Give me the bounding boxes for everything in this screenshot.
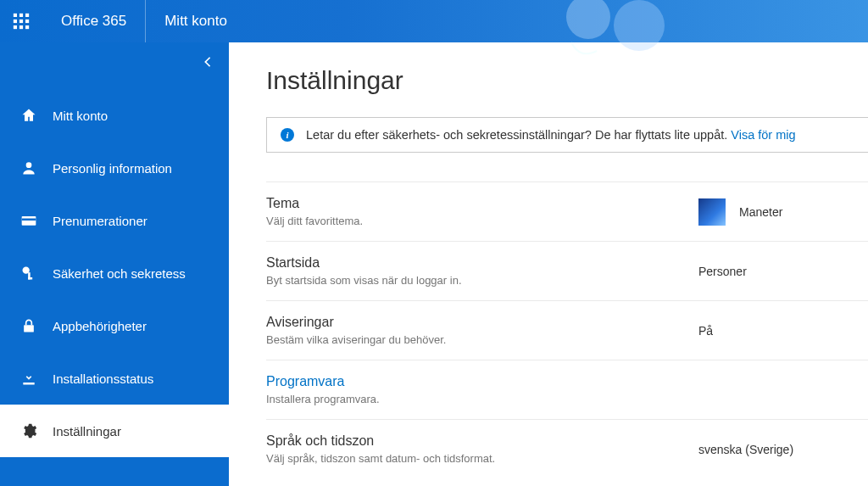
svg-rect-10 [25, 25, 29, 29]
content-area: Inställningar i Letar du efter säkerhets… [229, 42, 868, 486]
svg-rect-6 [19, 20, 23, 23]
setting-row-language[interactable]: Språk och tidszon Välj språk, tidszon sa… [266, 420, 868, 478]
setting-value: Maneter [698, 198, 868, 226]
waffle-icon [13, 13, 30, 30]
setting-title: Programvara [266, 374, 698, 389]
sidebar-item-label: Installationsstatus [53, 371, 153, 386]
gear-icon [17, 422, 41, 439]
setting-value: På [698, 324, 868, 338]
svg-rect-17 [24, 325, 34, 332]
sidebar-collapse-button[interactable] [202, 56, 214, 71]
svg-rect-4 [25, 14, 29, 17]
page-title: Inställningar [266, 66, 868, 95]
sidebar-item-label: Mitt konto [53, 109, 108, 123]
sidebar-item-label: Personlig information [53, 161, 172, 176]
svg-rect-13 [22, 219, 36, 221]
settings-list: Tema Välj ditt favorittema. Maneter Star… [266, 182, 868, 478]
setting-value: svenska (Sverige) [698, 443, 868, 456]
app-launcher-button[interactable] [0, 0, 42, 42]
lock-icon [17, 317, 41, 334]
setting-title: Startsida [266, 255, 698, 271]
svg-rect-2 [14, 14, 17, 17]
svg-rect-9 [19, 25, 23, 29]
info-banner-link[interactable]: Visa för mig [731, 128, 795, 142]
sidebar: Mitt konto Personlig information Prenume… [0, 42, 229, 486]
setting-title: Aviseringar [266, 315, 698, 330]
info-banner: i Letar du efter säkerhets- och sekretes… [266, 117, 868, 153]
svg-rect-5 [14, 20, 17, 23]
sidebar-item-subscriptions[interactable]: Prenumerationer [0, 194, 229, 247]
sidebar-item-label: Appbehörigheter [53, 319, 147, 333]
theme-thumbnail [698, 198, 726, 226]
person-icon [17, 159, 41, 176]
svg-rect-12 [22, 216, 36, 226]
download-icon [17, 370, 41, 387]
setting-value: Personer [698, 265, 868, 278]
info-banner-text: Letar du efter säkerhets- och sekretessi… [306, 128, 727, 142]
sidebar-item-settings[interactable]: Inställningar [0, 405, 229, 457]
sidebar-item-account[interactable]: Mitt konto [0, 89, 229, 142]
home-icon [17, 107, 41, 124]
setting-row-notifications[interactable]: Aviseringar Bestäm vilka aviseringar du … [266, 301, 868, 360]
svg-rect-8 [14, 25, 17, 29]
chevron-left-icon [202, 56, 214, 68]
card-icon [17, 212, 41, 229]
setting-subtitle: Välj ditt favorittema. [266, 215, 698, 227]
svg-rect-18 [23, 383, 34, 385]
svg-point-11 [26, 162, 32, 168]
info-icon: i [281, 128, 294, 142]
setting-title: Tema [266, 196, 698, 211]
setting-row-startpage[interactable]: Startsida Byt startsida som visas när du… [266, 242, 868, 301]
setting-subtitle: Byt startsida som visas när du loggar in… [266, 274, 698, 287]
sidebar-item-label: Inställningar [53, 424, 121, 439]
top-bar: Office 365 Mitt konto [0, 0, 868, 42]
key-icon [17, 265, 41, 282]
svg-rect-16 [28, 277, 32, 280]
sidebar-item-permissions[interactable]: Appbehörigheter [0, 299, 229, 352]
sidebar-item-install-status[interactable]: Installationsstatus [0, 352, 229, 405]
setting-value-text: Maneter [739, 205, 782, 219]
svg-rect-7 [25, 20, 29, 23]
setting-row-theme[interactable]: Tema Välj ditt favorittema. Maneter [266, 182, 868, 242]
setting-row-software[interactable]: Programvara Installera programvara. [266, 360, 868, 420]
setting-subtitle: Välj språk, tidszon samt datum- och tids… [266, 452, 698, 465]
svg-point-0 [566, 0, 610, 39]
sidebar-item-label: Prenumerationer [53, 214, 147, 228]
sidebar-item-security[interactable]: Säkerhet och sekretess [0, 247, 229, 299]
setting-subtitle: Installera programvara. [266, 393, 698, 405]
svg-rect-3 [19, 14, 23, 17]
setting-title: Språk och tidszon [266, 433, 698, 449]
breadcrumb: Mitt konto [146, 13, 246, 30]
sidebar-nav: Mitt konto Personlig information Prenume… [0, 89, 229, 457]
setting-subtitle: Bestäm vilka aviseringar du behöver. [266, 333, 698, 346]
sidebar-item-personal[interactable]: Personlig information [0, 142, 229, 194]
sidebar-item-label: Säkerhet och sekretess [53, 266, 186, 281]
brand-label[interactable]: Office 365 [42, 0, 146, 42]
